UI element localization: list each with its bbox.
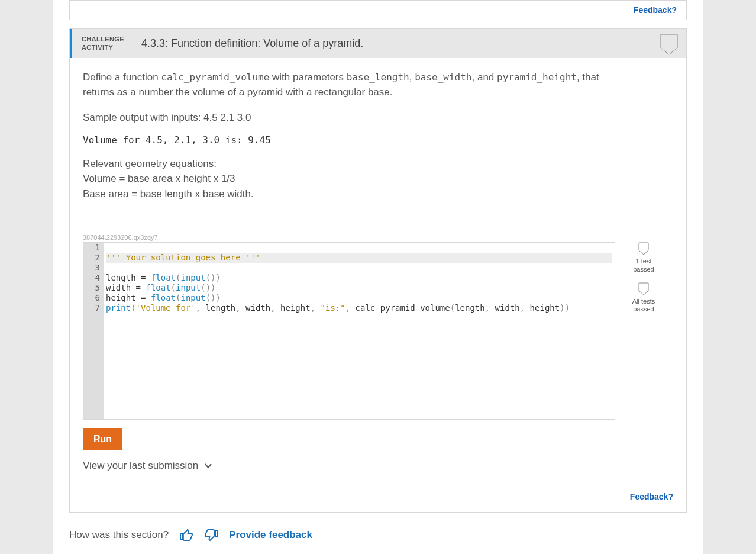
one-test-passed-label: 1 test passed [627,257,660,274]
section-feedback-bar: How was this section? Provide feedback [53,520,703,554]
thumbs-up-icon[interactable] [179,528,193,542]
view-last-submission[interactable]: View your last submission [83,460,673,472]
previous-card-footer: Feedback? [69,0,687,20]
geometry-equations: Relevant geometry equations: Volume = ba… [83,156,673,202]
sample-output-label: Sample output with inputs: 4.5 2.1 3.0 [83,112,673,124]
sample-output: Volume for 4.5, 2.1, 3.0 is: 9.45 [83,134,673,146]
challenge-title: 4.3.3: Function definition: Volume of a … [133,35,363,52]
one-test-passed-badge: 1 test passed [627,242,660,274]
challenge-card: CHALLENGE ACTIVITY 4.3.3: Function defin… [69,28,687,513]
feedback-link[interactable]: Feedback? [630,492,673,501]
prompt-text: Define a function calc_pyramid_volume wi… [83,70,615,100]
run-button[interactable]: Run [83,428,122,450]
challenge-body: Define a function calc_pyramid_volume wi… [70,58,686,513]
section-feedback-question: How was this section? [69,529,169,541]
feedback-link[interactable]: Feedback? [634,5,677,15]
code-area[interactable]: ''' Your solution goes here ''' length =… [104,243,615,419]
line-number-gutter: 1234567 [83,243,104,419]
activity-hash: 387044.2293206.qx3zqy7 [83,234,673,241]
challenge-activity-label: CHALLENGE ACTIVITY [82,35,133,52]
code-editor[interactable]: 1234567 ''' Your solution goes here ''' … [83,242,615,420]
challenge-header: CHALLENGE ACTIVITY 4.3.3: Function defin… [70,29,686,58]
all-tests-passed-label: All tests passed [627,298,660,314]
all-tests-passed-badge: All tests passed [627,282,660,314]
chevron-down-icon [204,462,212,470]
view-last-submission-label: View your last submission [83,460,198,472]
thumbs-down-icon[interactable] [204,528,218,542]
provide-feedback-link[interactable]: Provide feedback [229,529,312,541]
test-status-column: 1 test passed All tests passed [627,242,660,322]
completion-shield-icon [660,34,678,55]
